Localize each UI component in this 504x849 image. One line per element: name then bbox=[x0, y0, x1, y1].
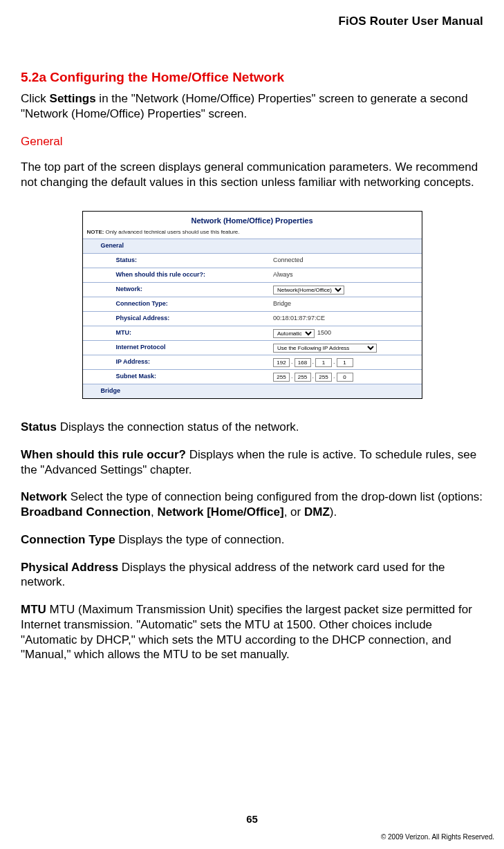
physaddr-label: Physical Address: bbox=[83, 312, 270, 326]
def-ctype-t: Displays the type of connection. bbox=[115, 533, 285, 546]
copyright: © 2009 Verizon. All Rights Reserved. bbox=[381, 833, 494, 842]
def-mtu: MTU MTU (Maximum Transmission Unit) spec… bbox=[21, 602, 483, 662]
group-general-row: General bbox=[83, 239, 422, 254]
ipaddr-label: IP Address: bbox=[83, 355, 270, 370]
intro-paragraph: Click Settings in the "Network (Home/Off… bbox=[21, 91, 483, 122]
page-number: 65 bbox=[0, 812, 504, 825]
def-status-b: Status bbox=[21, 420, 57, 433]
group-bridge-row: Bridge bbox=[83, 384, 422, 399]
rule-value: Always bbox=[269, 268, 422, 283]
network-label: Network: bbox=[83, 283, 270, 297]
row-conntype: Connection Type: Bridge bbox=[83, 297, 422, 312]
panel-note: NOTE: Only advanced technical users shou… bbox=[83, 227, 422, 239]
def-net-opt3: DMZ bbox=[304, 505, 330, 519]
def-rule: When should this rule occur? Displays wh… bbox=[21, 447, 483, 478]
panel-title: Network (Home/Office) Properties bbox=[83, 212, 422, 227]
def-conntype: Connection Type Displays the type of con… bbox=[21, 532, 483, 548]
def-network: Network Select the type of connection be… bbox=[21, 489, 483, 520]
mask-octet-3[interactable] bbox=[315, 373, 332, 382]
def-mtu-b: MTU bbox=[21, 603, 46, 616]
def-net-t1: Select the type of connection being conf… bbox=[67, 490, 483, 503]
panel-note-text: Only advanced technical users should use… bbox=[104, 229, 239, 235]
row-mask: Subnet Mask: . . . bbox=[83, 370, 422, 384]
row-inetproto: Internet Protocol Use the Following IP A… bbox=[83, 341, 422, 355]
section-heading: 5.2a Configuring the Home/Office Network bbox=[21, 69, 483, 86]
panel-note-bold: NOTE: bbox=[87, 229, 104, 235]
ip-octet-1[interactable] bbox=[273, 358, 290, 367]
general-subheading: General bbox=[21, 134, 483, 149]
row-physaddr: Physical Address: 00:18:01:87:97:CE bbox=[83, 312, 422, 326]
conntype-value: Bridge bbox=[269, 297, 422, 312]
intro-bold: Settings bbox=[50, 92, 96, 105]
def-phys: Physical Address Displays the physical a… bbox=[21, 560, 483, 590]
def-net-opt1: Broadband Connection bbox=[21, 505, 151, 519]
properties-table: General Status: Connected When should th… bbox=[83, 239, 422, 398]
group-bridge-label: Bridge bbox=[83, 384, 422, 399]
mask-octet-1[interactable] bbox=[273, 373, 290, 382]
general-paragraph: The top part of the screen displays gene… bbox=[21, 160, 483, 190]
status-value: Connected bbox=[269, 254, 422, 268]
ip-octet-2[interactable] bbox=[295, 358, 311, 367]
row-ipaddr: IP Address: . . . bbox=[83, 355, 422, 370]
properties-panel: Network (Home/Office) Properties NOTE: O… bbox=[82, 211, 422, 399]
mask-octet-2[interactable] bbox=[295, 373, 311, 382]
intro-prefix: Click bbox=[21, 92, 50, 105]
mtu-label: MTU: bbox=[83, 326, 270, 341]
ip-octet-4[interactable] bbox=[337, 358, 353, 367]
def-status-t: Displays the connection status of the ne… bbox=[57, 420, 299, 433]
row-network: Network: Network(Home/Office) bbox=[83, 283, 422, 297]
row-mtu: MTU: Automatic 1500 bbox=[83, 326, 422, 341]
def-net-sep1: , bbox=[151, 505, 157, 519]
def-net-opt2: Network [Home/Office] bbox=[157, 505, 283, 519]
rule-label: When should this rule occur?: bbox=[83, 268, 270, 283]
mask-label: Subnet Mask: bbox=[83, 370, 270, 384]
row-rule: When should this rule occur?: Always bbox=[83, 268, 422, 283]
def-mtu-t: MTU (Maximum Transmission Unit) specifie… bbox=[21, 603, 472, 661]
inetproto-select[interactable]: Use the Following IP Address bbox=[273, 344, 377, 353]
def-rule-b: When should this rule occur? bbox=[21, 448, 186, 461]
def-net-t2: ). bbox=[330, 505, 337, 519]
inetproto-label: Internet Protocol bbox=[83, 341, 270, 355]
ip-octet-3[interactable] bbox=[315, 358, 332, 367]
mtu-select[interactable]: Automatic bbox=[273, 329, 315, 338]
network-select[interactable]: Network(Home/Office) bbox=[273, 286, 344, 295]
mask-octets: . . . bbox=[273, 373, 353, 382]
def-net-b: Network bbox=[21, 490, 67, 503]
group-general-label: General bbox=[83, 239, 422, 254]
def-net-sep2: , or bbox=[284, 505, 304, 519]
doc-header-title: FiOS Router User Manual bbox=[21, 14, 483, 29]
ip-octets: . . . bbox=[273, 358, 353, 367]
physaddr-value: 00:18:01:87:97:CE bbox=[269, 312, 422, 326]
def-phys-b: Physical Address bbox=[21, 561, 118, 574]
status-label: Status: bbox=[83, 254, 270, 268]
def-status: Status Displays the connection status of… bbox=[21, 420, 483, 435]
row-status: Status: Connected bbox=[83, 254, 422, 268]
def-ctype-b: Connection Type bbox=[21, 533, 115, 546]
conntype-label: Connection Type: bbox=[83, 297, 270, 312]
mtu-number: 1500 bbox=[317, 329, 331, 337]
mask-octet-4[interactable] bbox=[337, 373, 353, 382]
